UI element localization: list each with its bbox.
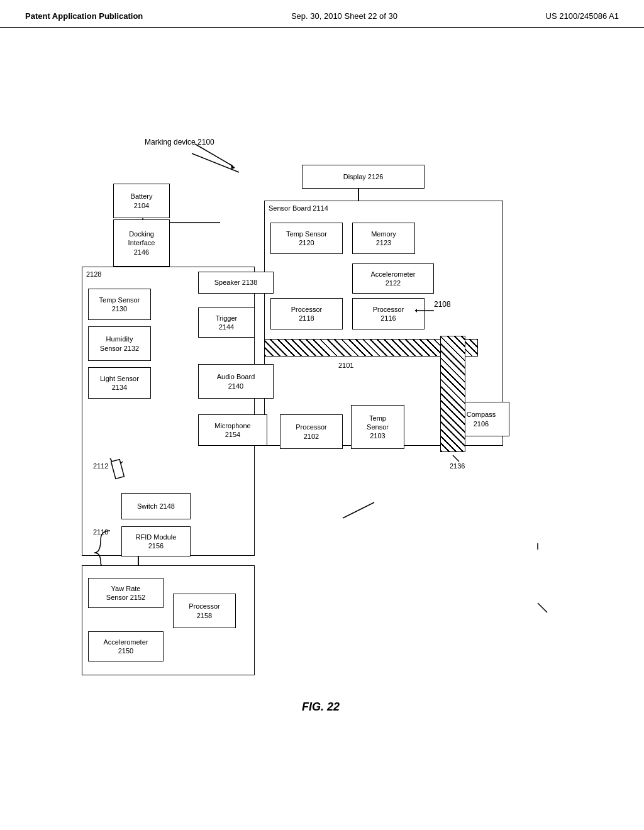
svg-marker-23 <box>231 164 235 169</box>
label-2101: 2101 <box>338 361 353 370</box>
svg-line-12 <box>538 603 547 612</box>
speaker-2138-box: Speaker 2138 <box>198 272 274 294</box>
humidity-sensor-box: Humidity Sensor 2132 <box>88 326 151 361</box>
processor-2116-box: Processor 2116 <box>352 298 425 329</box>
memory-2123-box: Memory 2123 <box>352 223 415 254</box>
svg-line-26 <box>453 455 459 462</box>
svg-line-10 <box>343 502 374 518</box>
svg-marker-25 <box>415 309 417 313</box>
trigger-2144-box: Trigger 2144 <box>198 307 255 338</box>
audio-board-box: Audio Board 2140 <box>198 364 274 399</box>
label-2112-lines <box>97 455 135 487</box>
marking-device-arrow <box>195 144 245 169</box>
hatch-bar-2136 <box>440 336 465 452</box>
yaw-rate-box: Yaw Rate Sensor 2152 <box>88 578 164 608</box>
temp-sensor-2130-box: Temp Sensor 2130 <box>88 289 151 320</box>
accelerometer-2122-box: Accelerometer 2122 <box>352 263 434 294</box>
switch-2148-box: Switch 2148 <box>121 493 191 519</box>
page-header: Patent Application Publication Sep. 30, … <box>0 0 644 28</box>
processor-2158-box: Processor 2158 <box>173 594 236 628</box>
fig-label: FIG. 22 <box>264 700 377 714</box>
rfid-module-box: RFID Module 2156 <box>121 526 191 556</box>
header-right: US 2100/245086 A1 <box>546 11 619 21</box>
label-2136-arrow <box>453 462 478 477</box>
battery-box: Battery 2104 <box>113 184 170 218</box>
docking-interface-box: Docking Interface 2146 <box>113 219 170 267</box>
display-box: Display 2126 <box>302 165 425 189</box>
svg-line-22 <box>195 144 233 166</box>
diagram-area: Marking device 2100 Battery 2104 Display… <box>0 28 644 757</box>
processor-2118-box: Processor 2118 <box>270 298 343 329</box>
processor-2102-box: Processor 2102 <box>280 414 343 449</box>
microphone-box: Microphone 2154 <box>198 414 267 446</box>
header-left: Patent Application Publication <box>25 11 143 21</box>
temp-sensor-2120-box: Temp Sensor 2120 <box>270 223 343 254</box>
light-sensor-box: Light Sensor 2134 <box>88 367 151 399</box>
temp-sensor-2103-box: Temp Sensor 2103 <box>351 405 404 449</box>
label-2108-arrow <box>415 304 447 323</box>
header-center: Sep. 30, 2010 Sheet 22 of 30 <box>291 11 397 21</box>
accelerometer-2150-box: Accelerometer 2150 <box>88 631 164 661</box>
label-2110-lines <box>88 528 119 565</box>
